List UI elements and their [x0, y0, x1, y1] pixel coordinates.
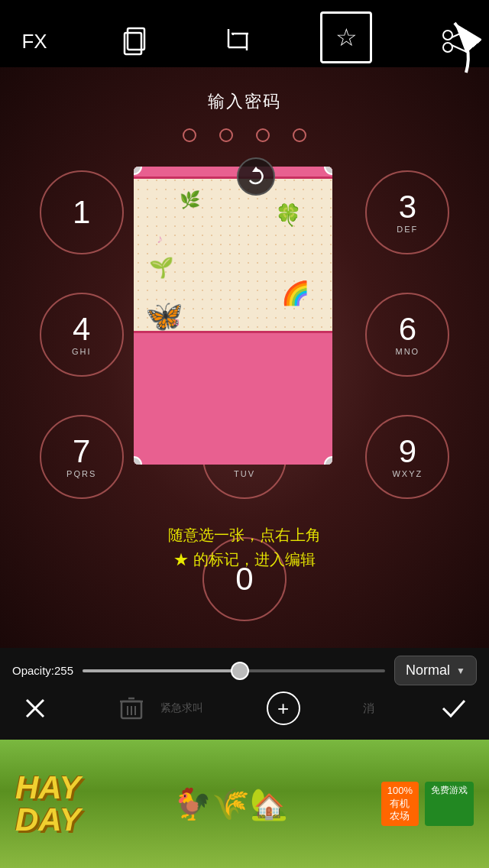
- passcode-dots: [0, 128, 489, 142]
- blend-mode-dropdown[interactable]: Normal ▼: [394, 656, 477, 685]
- layers-button[interactable]: [117, 22, 155, 60]
- opacity-slider-track[interactable]: [83, 669, 385, 672]
- ad-logo: HAY DAY: [15, 772, 81, 836]
- key-6[interactable]: 6 MNO: [326, 274, 489, 396]
- fx-button[interactable]: FX: [15, 22, 53, 60]
- ad-badge-free: 免费游戏: [425, 782, 474, 827]
- fx-label: FX: [21, 30, 47, 53]
- ad-farm-art: 🐓🌾🏡: [81, 786, 381, 822]
- dismiss-label: 消: [363, 701, 374, 716]
- music-note-1: ♪: [157, 232, 163, 246]
- rotate-button[interactable]: [237, 157, 275, 196]
- dot-2: [219, 128, 233, 142]
- music-note-2: ♫: [172, 316, 180, 328]
- clover-deco-2: 🌿: [180, 190, 200, 210]
- opacity-row: Opacity:255 Normal ▼: [0, 648, 489, 685]
- opacity-slider-fill: [83, 669, 240, 672]
- ad-banner: HAY DAY 🐓🌾🏡 100% 有机 农场 免费游戏: [0, 740, 489, 868]
- arrow-annotation: [405, 8, 481, 76]
- crop-button[interactable]: [219, 22, 257, 60]
- confirm-button[interactable]: [437, 691, 471, 725]
- ad-badges-row: 100% 有机 农场 免费游戏: [381, 782, 474, 827]
- add-button[interactable]: +: [267, 691, 300, 725]
- star-icon: ☆: [335, 23, 358, 52]
- passcode-title: 输入密码: [0, 90, 489, 113]
- ad-right-badges: 100% 有机 农场 免费游戏: [381, 782, 474, 827]
- sticker-inner: 🍀 🌿 🌱 🌈 🦋 ♪ ♫: [134, 167, 332, 465]
- trash-button[interactable]: [115, 691, 148, 725]
- center-actions: 紧急求叫: [115, 691, 203, 725]
- rainbow-deco: 🌈: [281, 280, 309, 306]
- dot-3: [256, 128, 270, 142]
- sticker-overlay[interactable]: 🍀 🌿 🌱 🌈 🦋 ♪ ♫: [134, 167, 332, 465]
- clover-deco-3: 🌱: [149, 256, 173, 280]
- dropdown-arrow-icon: ▼: [456, 666, 465, 676]
- star-button[interactable]: ☆: [320, 11, 372, 63]
- opacity-label: Opacity:255: [12, 664, 73, 677]
- sticker-pink-bottom: [134, 331, 332, 465]
- dot-1: [183, 128, 196, 142]
- key-9[interactable]: 9 WXYZ: [326, 396, 489, 518]
- add-icon: +: [277, 698, 289, 718]
- cancel-button[interactable]: [18, 691, 52, 725]
- action-row: 紧急求叫 + 消: [0, 685, 489, 725]
- key-3[interactable]: 3 DEF: [326, 151, 489, 274]
- bottom-bar: Opacity:255 Normal ▼: [0, 648, 489, 740]
- clover-deco-1: 🍀: [275, 202, 302, 228]
- ad-badge-organic: 100% 有机 农场: [381, 782, 419, 827]
- annotation-text: 随意选一张，点右上角 ★ 的标记，进入编辑: [23, 523, 466, 572]
- opacity-slider-thumb[interactable]: [231, 662, 249, 680]
- blend-mode-label: Normal: [406, 662, 450, 679]
- dot-4: [293, 128, 306, 142]
- sticker-top-border: [134, 167, 332, 179]
- action-label: 紧急求叫: [160, 701, 203, 715]
- main-canvas: 输入密码 1 2 ABC 3: [0, 67, 489, 648]
